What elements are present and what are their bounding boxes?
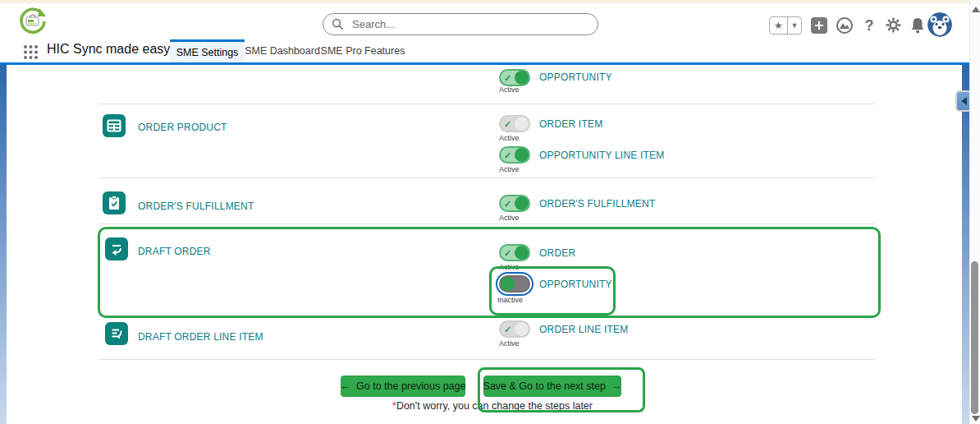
- toggle-order[interactable]: [499, 244, 530, 261]
- row-label: ORDER PRODUCT: [138, 122, 227, 133]
- toggle-opportunity-inactive[interactable]: [499, 275, 530, 293]
- toggle-order-line-item[interactable]: [499, 320, 530, 338]
- toggle-status: Active: [499, 214, 520, 222]
- help-icon[interactable]: ?: [862, 16, 877, 35]
- background-strip-left: [0, 65, 7, 424]
- toggle-status: Active: [499, 85, 520, 94]
- notifications-bell-icon[interactable]: [909, 16, 926, 35]
- hic-sync-logo: [18, 6, 48, 37]
- left-arrow-icon: ←: [341, 380, 351, 392]
- scrollbar-down-arrow-icon[interactable]: [972, 416, 980, 422]
- toggle-option-label: OPPORTUNITY: [539, 279, 612, 290]
- previous-page-button[interactable]: ← Go to the previous page: [341, 376, 465, 397]
- toggle-opportunity-line-item[interactable]: [499, 146, 530, 164]
- toggle-opportunity-top[interactable]: [499, 69, 530, 86]
- save-next-step-button[interactable]: Save & Go to the next step →: [483, 376, 621, 397]
- search-input[interactable]: [350, 17, 589, 31]
- vertical-scrollbar-thumb[interactable]: [971, 261, 978, 414]
- setup-gear-icon[interactable]: [885, 16, 902, 34]
- tab-sme-pro-features[interactable]: SME Pro Features: [323, 39, 402, 62]
- toggle-status: Active: [499, 339, 520, 348]
- toggle-status: Active: [499, 134, 520, 142]
- favorites-star-icon[interactable]: ★: [770, 17, 788, 34]
- global-actions-plus-icon[interactable]: [811, 17, 827, 34]
- row-divider: [98, 316, 874, 316]
- left-triangle-icon: [961, 97, 967, 105]
- guidance-center-icon[interactable]: [836, 16, 854, 35]
- save-next-step-button-label: Save & Go to the next step: [483, 380, 606, 392]
- row-divider: [98, 104, 874, 104]
- toggle-option-label: ORDER'S FULFILLMENT: [539, 198, 655, 210]
- row-divider: [98, 224, 874, 224]
- row-label: ORDER'S FULFILLMENT: [138, 200, 254, 212]
- draft-order-arrow-icon: [105, 237, 128, 260]
- app-launcher-waffle-icon[interactable]: [23, 44, 39, 60]
- favorites-split-button[interactable]: ★ ▼: [769, 16, 802, 35]
- app-title: HIC Sync made easy: [47, 42, 170, 57]
- row-divider: [98, 177, 874, 178]
- settings-card: [7, 65, 962, 424]
- scrollbar-up-arrow-icon[interactable]: [972, 7, 980, 12]
- toggle-orders-fulfillment[interactable]: [499, 195, 530, 212]
- search-icon: [332, 18, 344, 30]
- row-label: DRAFT ORDER LINE ITEM: [138, 331, 263, 343]
- toggle-status: Inactive: [497, 296, 523, 304]
- toggle-option-label: ORDER LINE ITEM: [539, 324, 628, 335]
- toggle-status: Active: [499, 263, 520, 271]
- toggle-option-label: ORDER ITEM: [539, 118, 602, 130]
- order-product-table-icon: [103, 114, 126, 137]
- user-avatar[interactable]: [927, 12, 952, 37]
- background-strip-right: [962, 65, 969, 424]
- app-window: ★ ▼ ?: [0, 0, 980, 424]
- toggle-option-label: OPPORTUNITY LINE ITEM: [539, 150, 664, 161]
- draft-order-line-icon: [105, 322, 128, 345]
- tab-sme-settings[interactable]: SME Settings: [170, 39, 245, 62]
- toggle-order-item[interactable]: [499, 115, 530, 132]
- toggle-status: Active: [499, 165, 520, 173]
- row-label: DRAFT ORDER: [138, 246, 211, 257]
- global-header: ★ ▼ ?: [0, 3, 980, 39]
- toggle-option-label: OPPORTUNITY: [539, 71, 612, 83]
- previous-page-button-label: Go to the previous page: [356, 380, 465, 392]
- footnote: *Don't worry, you can change the steps l…: [328, 400, 657, 412]
- clipboard-check-icon: [103, 191, 126, 214]
- global-search: [323, 13, 598, 35]
- right-arrow-icon: →: [611, 380, 622, 392]
- row-divider: [98, 359, 874, 360]
- toggle-option-label: ORDER: [539, 247, 575, 259]
- tab-sme-dashboard[interactable]: SME Dashboard: [246, 39, 318, 62]
- footnote-text: Don't worry, you can change the steps la…: [396, 400, 593, 412]
- favorites-caret-icon[interactable]: ▼: [788, 17, 801, 34]
